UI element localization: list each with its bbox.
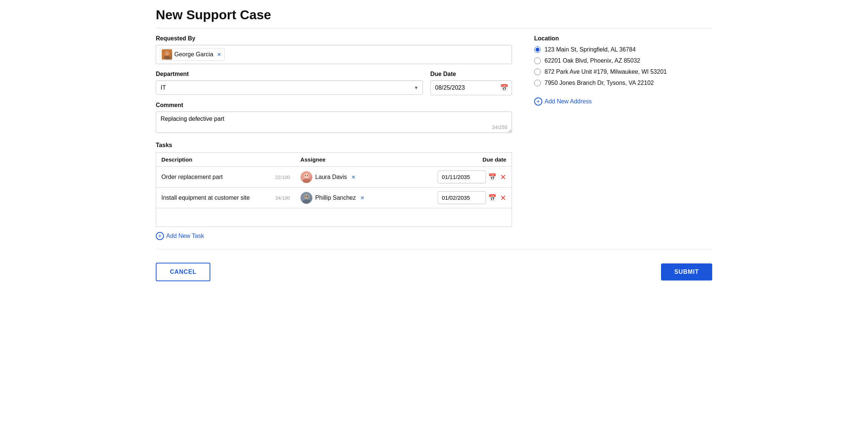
task-empty-row [156,208,512,227]
task-2-assignee-name: Phillip Sanchez [315,195,356,201]
svg-point-10 [303,199,310,204]
location-option-1-text: 123 Main St, Springfield, AL 36784 [545,46,636,53]
task-2-description: Install equipment at customer site [161,195,250,201]
task-1-description-cell: Order replacement part 22/100 [156,167,295,187]
task-2-due-date-cell: 📅 ✕ [400,187,512,208]
location-option-3[interactable]: 872 Park Ave Unit #179, Milwaukee, WI 53… [534,69,712,75]
task-1-char-count: 22/100 [275,174,290,180]
department-label: Department [156,71,423,77]
task-2-description-cell: Install equipment at customer site 34/10… [156,187,295,208]
task-2-calendar-icon[interactable]: 📅 [488,194,496,202]
svg-point-6 [303,179,310,183]
svg-point-11 [305,196,306,196]
due-date-input[interactable] [430,80,512,95]
task-2-char-count: 34/100 [275,195,290,200]
requested-by-label: Requested By [156,35,512,42]
location-option-4-text: 7950 Jones Branch Dr, Tysons, VA 22102 [545,80,654,86]
george-garcia-tag: George Garcia ✕ [160,48,225,61]
comment-label: Comment [156,102,512,109]
tasks-col-due-date: Due date [400,153,512,167]
add-new-address-button[interactable]: + Add New Address [534,97,592,106]
location-radio-4[interactable] [534,80,541,86]
add-task-label: Add New Task [166,233,204,239]
task-2-assignee-remove[interactable]: ✕ [360,195,365,201]
svg-point-2 [164,56,170,59]
location-radio-2[interactable] [534,57,541,64]
footer-buttons: CANCEL SUBMIT [156,257,712,281]
location-radio-3[interactable] [534,69,541,75]
task-1-calendar-icon[interactable]: 📅 [488,173,496,181]
add-address-plus-icon: + [534,97,542,106]
svg-point-4 [168,53,168,53]
due-date-calendar-icon[interactable]: 📅 [500,84,508,92]
phillip-sanchez-avatar [300,192,312,204]
comment-textarea[interactable]: Replacing defective part [156,112,512,133]
cancel-button[interactable]: CANCEL [156,263,210,281]
task-2-delete-button[interactable]: ✕ [500,193,506,202]
task-1-due-date-cell: 📅 ✕ [400,167,512,187]
svg-point-9 [304,194,309,199]
george-garcia-name: George Garcia [174,51,213,58]
requested-by-field[interactable]: George Garcia ✕ [156,45,512,64]
george-garcia-remove[interactable]: ✕ [217,52,221,57]
location-radio-group: 123 Main St, Springfield, AL 36784 62201… [534,46,712,86]
tasks-col-assignee: Assignee [295,153,400,167]
laura-davis-avatar [300,171,312,183]
table-row: Install equipment at customer site 34/10… [156,187,512,208]
department-select[interactable]: IT HR Finance Operations Marketing [156,80,423,95]
tasks-table: Description Assignee Due date Order repl… [156,152,512,227]
task-1-assignee-name: Laura Davis [315,174,347,180]
svg-point-12 [307,196,308,196]
footer-divider [156,249,712,249]
task-1-due-date-input[interactable] [438,170,486,183]
task-2-due-date-input[interactable] [438,191,486,204]
svg-point-5 [304,173,309,179]
location-option-3-text: 872 Park Ave Unit #179, Milwaukee, WI 53… [545,69,667,75]
page-title: New Support Case [156,7,712,29]
task-2-assignee-cell: Phillip Sanchez ✕ [295,187,400,208]
location-option-4[interactable]: 7950 Jones Branch Dr, Tysons, VA 22102 [534,80,712,86]
location-option-2[interactable]: 62201 Oak Blvd, Phoenix, AZ 85032 [534,57,712,64]
table-row: Order replacement part 22/100 [156,167,512,187]
svg-point-8 [307,175,308,176]
add-task-plus-icon: + [156,232,164,240]
location-radio-1[interactable] [534,46,541,53]
location-option-1[interactable]: 123 Main St, Springfield, AL 36784 [534,46,712,53]
tasks-label: Tasks [156,142,512,149]
task-1-assignee-cell: Laura Davis ✕ [295,167,400,187]
tasks-col-description: Description [156,153,295,167]
add-new-task-button[interactable]: + Add New Task [156,232,204,240]
location-label: Location [534,35,712,42]
george-garcia-avatar [162,49,172,60]
location-option-2-text: 62201 Oak Blvd, Phoenix, AZ 85032 [545,57,640,64]
due-date-label: Due Date [430,71,512,77]
submit-button[interactable]: SUBMIT [661,263,712,280]
task-1-delete-button[interactable]: ✕ [500,173,506,182]
task-1-assignee-remove[interactable]: ✕ [351,174,356,180]
svg-point-3 [166,53,167,53]
svg-point-7 [305,175,306,176]
task-1-description: Order replacement part [161,174,223,180]
add-address-label: Add New Address [545,98,592,105]
